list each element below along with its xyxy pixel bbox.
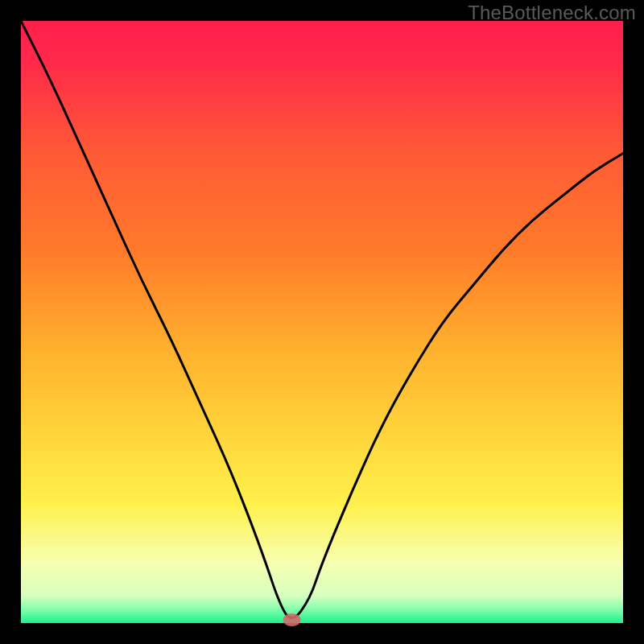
watermark-label: TheBottleneck.com: [468, 2, 636, 24]
svg-rect-0: [21, 21, 623, 623]
svg-point-5: [283, 613, 301, 626]
bottleneck-chart: [0, 0, 644, 644]
svg-rect-4: [623, 0, 644, 644]
chart-container: TheBottleneck.com: [0, 0, 644, 644]
svg-rect-2: [0, 623, 644, 644]
svg-rect-3: [0, 0, 21, 644]
